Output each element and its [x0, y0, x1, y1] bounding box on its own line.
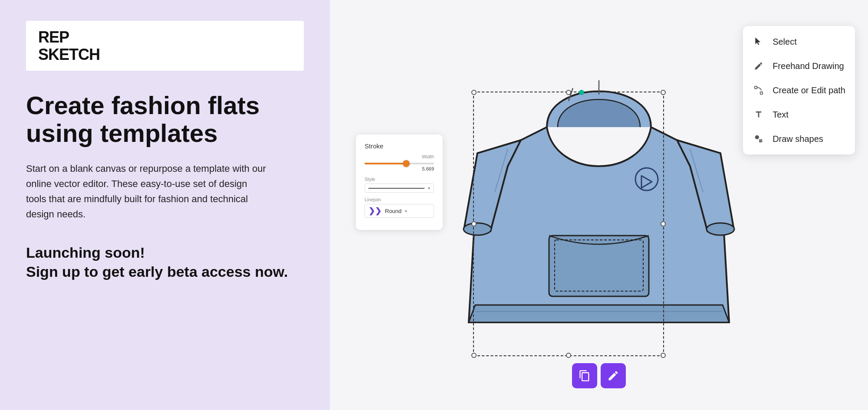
toolbar-popup: Select Freehand Drawing Create or Edit p… [743, 26, 855, 154]
headline: Create fashion flatsusing templates [26, 92, 304, 147]
logo-text: REP SKETCH [38, 29, 292, 63]
tool-text[interactable]: Text [743, 102, 855, 127]
linejoin-row: Linejoin ❯❯ Round ▾ [365, 197, 434, 218]
left-panel: REP SKETCH Create fashion flatsusing tem… [0, 0, 330, 410]
linejoin-select[interactable]: ❯❯ Round ▾ [365, 204, 434, 218]
style-label: Style [365, 177, 434, 182]
style-line-preview [368, 188, 424, 189]
edit-button[interactable] [601, 363, 626, 388]
linejoin-label: Linejoin [365, 197, 434, 202]
hoodie-illustration [443, 27, 755, 383]
tool-path[interactable]: Create or Edit path [743, 78, 855, 102]
tool-select-label: Select [773, 37, 797, 47]
tool-text-label: Text [773, 110, 789, 120]
tool-freehand-label: Freehand Drawing [773, 61, 844, 71]
bottom-buttons [572, 363, 626, 388]
path-icon [753, 84, 765, 96]
stroke-title: Stroke [365, 142, 434, 150]
svg-point-9 [755, 135, 759, 139]
slider-fill [365, 163, 406, 164]
svg-point-1 [707, 223, 734, 235]
svg-rect-7 [755, 86, 757, 89]
style-row: Style ▾ [365, 177, 434, 193]
svg-rect-10 [759, 139, 762, 142]
stroke-panel: Stroke Width 5.669 Style ▾ Linejoin ❯❯ R… [356, 134, 443, 230]
logo: REP SKETCH [26, 21, 304, 71]
tool-select[interactable]: Select [743, 30, 855, 54]
hoodie-wrapper [443, 27, 755, 383]
pencil-icon [753, 60, 765, 72]
linejoin-value: Round [385, 208, 401, 214]
stroke-slider[interactable] [365, 163, 434, 164]
svg-point-0 [464, 223, 491, 235]
stroke-width-value: 5.669 [365, 166, 434, 171]
right-panel: Select Freehand Drawing Create or Edit p… [330, 0, 868, 410]
tool-shapes-label: Draw shapes [773, 134, 823, 144]
text-icon [753, 108, 765, 121]
tool-freehand[interactable]: Freehand Drawing [743, 54, 855, 78]
shapes-icon [753, 133, 765, 145]
style-select[interactable]: ▾ [365, 184, 434, 193]
stroke-width-label: Width [365, 154, 434, 159]
linejoin-dropdown-arrow: ▾ [405, 209, 407, 213]
stroke-width-row: Width 5.669 [365, 154, 434, 171]
linejoin-icon: ❯❯ [368, 206, 381, 216]
tool-path-label: Create or Edit path [773, 85, 845, 95]
slider-thumb[interactable] [403, 160, 410, 167]
cursor-icon [753, 36, 765, 48]
tool-shapes[interactable]: Draw shapes [743, 127, 855, 151]
duplicate-button[interactable] [572, 363, 597, 388]
cta-text: Launching soon! Sign up to get early bet… [26, 243, 304, 281]
description: Start on a blank canvas or repurpose a t… [26, 161, 269, 222]
style-dropdown-arrow: ▾ [428, 186, 430, 190]
svg-rect-8 [760, 92, 763, 95]
